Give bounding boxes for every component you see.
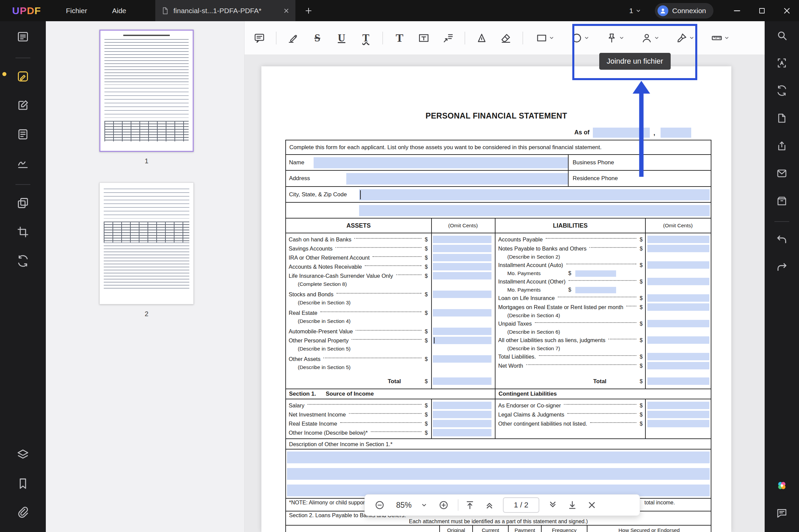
signature-button[interactable] [668, 26, 703, 50]
share-button[interactable] [773, 137, 791, 155]
form-button[interactable] [14, 125, 32, 144]
menu-fichier[interactable]: Fichier [66, 7, 87, 15]
text-box-button[interactable] [412, 26, 436, 50]
amount-field[interactable] [433, 420, 491, 427]
amount-field[interactable] [647, 236, 709, 243]
chevron-down-icon[interactable] [584, 35, 590, 41]
search-button[interactable] [773, 26, 791, 44]
highlighter-button[interactable] [281, 26, 305, 50]
sign-button[interactable] [14, 154, 32, 173]
page-up-button[interactable] [483, 499, 496, 511]
page-thumbnail-1[interactable] [99, 30, 194, 152]
ocr-button[interactable] [773, 54, 791, 72]
redo-button[interactable] [773, 258, 791, 276]
amount-field[interactable] [647, 320, 709, 327]
amount-field[interactable] [647, 362, 709, 369]
amount-field[interactable] [647, 353, 709, 360]
description-field[interactable] [287, 452, 710, 463]
as-of-year-field[interactable] [661, 128, 691, 138]
edit-button[interactable] [14, 96, 32, 115]
amount-field[interactable] [433, 402, 491, 409]
layers-button[interactable] [14, 445, 32, 464]
text-callout-button[interactable] [436, 26, 460, 50]
amount-field[interactable] [433, 254, 491, 261]
description-field[interactable] [287, 468, 710, 480]
ellipse-shape-button[interactable] [562, 26, 598, 50]
rectangle-shape-button[interactable] [527, 26, 562, 50]
text-comment-button[interactable]: T [387, 26, 412, 50]
amount-field[interactable] [433, 272, 491, 280]
scroll-bottom-button[interactable] [566, 499, 578, 511]
undo-button[interactable] [773, 231, 791, 248]
amount-field[interactable] [433, 245, 491, 252]
crop-button[interactable] [14, 223, 32, 242]
amount-field[interactable] [433, 377, 491, 385]
bookmark-button[interactable] [14, 474, 32, 493]
amount-field[interactable] [647, 278, 709, 285]
amount-field[interactable] [433, 429, 491, 436]
tab-count-dropdown[interactable]: 1 [629, 7, 642, 15]
menu-aide[interactable]: Aide [112, 7, 126, 15]
zoom-in-button[interactable] [438, 499, 450, 511]
amount-field[interactable] [647, 294, 709, 302]
name-field[interactable] [314, 157, 568, 168]
login-button[interactable]: Connexion [655, 3, 713, 19]
tab-close-icon[interactable] [283, 7, 290, 15]
eraser-button[interactable] [494, 26, 518, 50]
maximize-button[interactable] [757, 6, 767, 16]
chevron-down-icon[interactable] [619, 35, 625, 41]
document-tab[interactable]: financial-st...1-PDFA-PDFA* [155, 0, 295, 21]
measure-button[interactable] [703, 26, 738, 50]
amount-field[interactable] [647, 411, 709, 418]
ai-assistant-button[interactable] [773, 477, 791, 494]
amount-field[interactable] [647, 245, 709, 252]
amount-field[interactable] [647, 402, 709, 409]
comment-button[interactable] [773, 505, 791, 522]
close-button[interactable] [782, 6, 792, 16]
page-thumbnail-2[interactable] [99, 183, 194, 304]
close-button[interactable] [586, 499, 598, 511]
amount-field[interactable] [647, 420, 709, 427]
amount-field[interactable] [433, 328, 491, 335]
page-edit-button[interactable] [773, 110, 791, 127]
chevron-down-icon[interactable] [689, 35, 694, 41]
organize-pages-button[interactable] [14, 194, 32, 212]
stamp-button[interactable] [633, 26, 668, 50]
pencil-button[interactable] [469, 26, 494, 50]
amount-field[interactable] [575, 270, 616, 277]
amount-field[interactable] [433, 263, 491, 270]
strikethrough-button[interactable]: S [305, 26, 330, 50]
zoom-out-button[interactable] [374, 499, 386, 511]
squiggly-underline-button[interactable]: T [354, 26, 378, 50]
chevron-down-icon[interactable] [654, 35, 659, 41]
amount-field[interactable] [433, 309, 491, 317]
sticky-note-button[interactable] [247, 26, 272, 50]
amount-field[interactable] [433, 290, 491, 298]
underline-button[interactable]: U [330, 26, 354, 50]
amount-field[interactable] [647, 303, 709, 311]
chevron-down-icon[interactable] [724, 35, 730, 41]
amount-field[interactable] [647, 377, 709, 385]
amount-field[interactable] [647, 336, 709, 344]
amount-field[interactable] [647, 261, 709, 269]
amount-field[interactable] [575, 287, 616, 293]
city-field[interactable] [359, 189, 710, 200]
attachment-button[interactable] [14, 503, 32, 522]
amount-field[interactable] [433, 355, 491, 363]
email-button[interactable] [773, 165, 791, 182]
archive-box-button[interactable] [773, 192, 791, 210]
scroll-top-button[interactable] [464, 499, 476, 511]
amount-field[interactable] [433, 411, 491, 418]
page-indicator[interactable]: 1 / 2 [503, 497, 539, 513]
amount-field[interactable] [433, 236, 491, 243]
chevron-down-button[interactable] [418, 499, 430, 511]
convert-button[interactable] [773, 82, 791, 99]
comment-panel-button[interactable] [14, 27, 32, 46]
attach-file-button[interactable] [598, 26, 633, 50]
new-tab-button[interactable] [304, 6, 313, 15]
minimize-button[interactable] [732, 6, 742, 16]
address-field[interactable] [346, 173, 568, 185]
extra-field[interactable] [359, 205, 710, 216]
chevron-down-icon[interactable] [549, 35, 555, 41]
amount-field[interactable] [433, 337, 491, 344]
